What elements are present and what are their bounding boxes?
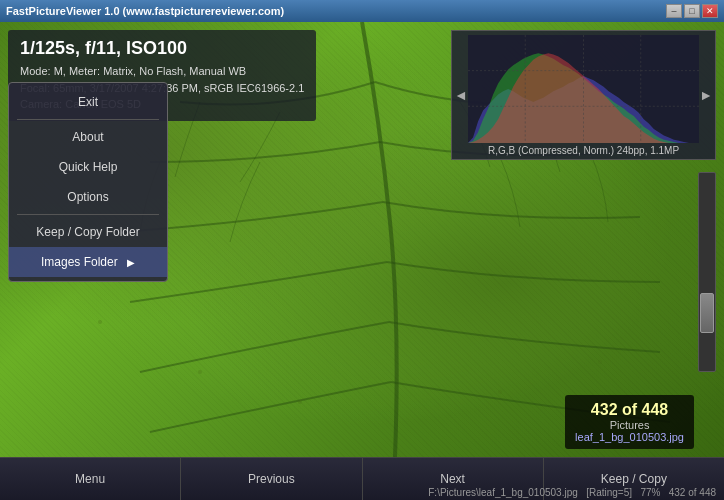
toolbar-menu-button[interactable]: Menu (0, 458, 181, 500)
histogram-next-button[interactable]: ► (699, 87, 713, 103)
next-label: Next (440, 472, 465, 486)
file-info-overlay: 432 of 448 Pictures leaf_1_bg_010503.jpg (565, 395, 694, 449)
file-label: Pictures (575, 419, 684, 431)
file-name: leaf_1_bg_010503.jpg (575, 431, 684, 443)
menu-label: Menu (75, 472, 105, 486)
image-scrollbar[interactable] (698, 172, 716, 372)
histogram-label: R,G,B (Compressed, Norm.) 24bpp, 1.1MP (452, 145, 715, 159)
status-rating: [Rating=5] (586, 487, 632, 498)
menu-separator-1 (17, 119, 159, 120)
title-bar: FastPictureViewer 1.0 (www.fastpicturere… (0, 0, 724, 22)
menu-separator-2 (17, 214, 159, 215)
status-path: F:\Pictures\leaf_1_bg_010503.jpg (428, 487, 578, 498)
previous-label: Previous (248, 472, 295, 486)
bottom-toolbar: Menu Previous Next Keep / Copy F:\Pictur… (0, 457, 724, 500)
title-bar-controls: – □ ✕ (666, 4, 718, 18)
histogram-prev-button[interactable]: ◄ (454, 87, 468, 103)
status-zoom: 77% (640, 487, 660, 498)
exif-title: 1/125s, f/11, ISO100 (20, 38, 304, 59)
status-bar-info: F:\Pictures\leaf_1_bg_010503.jpg [Rating… (428, 487, 716, 498)
histogram-canvas (468, 35, 699, 143)
menu-item-options[interactable]: Options (9, 182, 167, 212)
menu-item-keep-copy-folder[interactable]: Keep / Copy Folder (9, 217, 167, 247)
title-bar-title: FastPictureViewer 1.0 (www.fastpicturere… (6, 5, 284, 17)
toolbar-previous-button[interactable]: Previous (181, 458, 362, 500)
main-image-area: 1/125s, f/11, ISO100 Mode: M, Meter: Mat… (0, 22, 724, 457)
close-button[interactable]: ✕ (702, 4, 718, 18)
menu-item-about[interactable]: About (9, 122, 167, 152)
file-count: 432 of 448 (575, 401, 684, 419)
scroll-thumb[interactable] (700, 293, 714, 333)
minimize-button[interactable]: – (666, 4, 682, 18)
menu-item-exit[interactable]: Exit (9, 87, 167, 117)
context-menu: Exit About Quick Help Options Keep / Cop… (8, 82, 168, 282)
exif-line1: Mode: M, Meter: Matrix, No Flash, Manual… (20, 63, 304, 80)
status-position: 432 of 448 (669, 487, 716, 498)
menu-item-quick-help[interactable]: Quick Help (9, 152, 167, 182)
menu-item-images-folder[interactable]: Images Folder ▶ (9, 247, 167, 277)
histogram-container: ◄ ► R,G,B (Compressed, Norm.) 24bpp, (451, 30, 716, 160)
keep-copy-label: Keep / Copy (601, 472, 667, 486)
maximize-button[interactable]: □ (684, 4, 700, 18)
